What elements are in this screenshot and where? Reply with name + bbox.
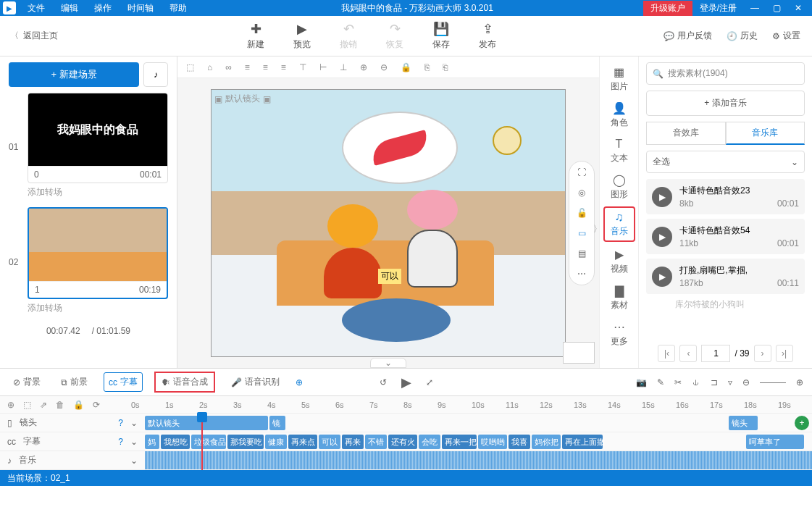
subtitle-clip[interactable]: 妈你把 bbox=[532, 435, 561, 449]
add-music-button[interactable]: + 添加音乐 bbox=[646, 91, 805, 116]
table-prop[interactable] bbox=[342, 298, 451, 342]
zoom-out-icon[interactable]: ⊖ bbox=[380, 62, 388, 72]
more-options-icon[interactable]: ⊕ bbox=[296, 377, 303, 387]
search-input[interactable]: 🔍 搜索素材(1904) bbox=[646, 62, 805, 85]
scene-card-1[interactable]: 我妈眼中的食品 000:01 bbox=[28, 93, 168, 183]
cat-material[interactable]: ▇素材 bbox=[603, 281, 635, 314]
mini-preview[interactable] bbox=[563, 342, 595, 364]
chevron-down-icon[interactable]: ⌄ bbox=[130, 418, 138, 428]
playhead-handle[interactable] bbox=[197, 412, 207, 422]
camera-clip-2[interactable]: 镜 bbox=[269, 416, 285, 430]
lock-icon[interactable]: 🔒 bbox=[401, 62, 411, 72]
menu-timeline[interactable]: 时间轴 bbox=[123, 1, 158, 16]
subtitle-clip[interactable]: 那我要吃 bbox=[227, 435, 264, 449]
cat-video[interactable]: ▶视频 bbox=[603, 245, 635, 278]
close-icon[interactable]: ✕ bbox=[787, 0, 809, 16]
link-icon[interactable]: ∞ bbox=[225, 62, 232, 72]
add-camera-clip[interactable]: + bbox=[795, 416, 809, 430]
refresh-icon[interactable]: ⟳ bbox=[93, 400, 100, 410]
fullscreen-icon[interactable]: ⛶ bbox=[577, 167, 586, 177]
subtitle-clip[interactable]: 会吃 bbox=[419, 435, 440, 449]
select-all-dropdown[interactable]: 全选⌄ bbox=[646, 151, 805, 173]
subtitle-clip[interactable]: 再来点 bbox=[288, 435, 317, 449]
cat-image[interactable]: ▦图片 bbox=[603, 62, 635, 96]
add-transition-1[interactable]: 添加转场 bbox=[28, 183, 168, 201]
filter-icon[interactable]: ⫝ bbox=[692, 377, 700, 387]
grandma-character[interactable] bbox=[400, 190, 465, 291]
align-top-icon[interactable]: ⊤ bbox=[299, 62, 306, 72]
help-icon[interactable]: ? bbox=[118, 418, 123, 428]
cat-character[interactable] bbox=[320, 204, 385, 291]
music-item[interactable]: ▶ 打脸,扇嘴巴,掌掴,187kb00:11 bbox=[646, 259, 805, 294]
lock-track-icon[interactable]: 🔒 bbox=[73, 400, 84, 410]
play-icon[interactable]: ▶ bbox=[401, 374, 411, 390]
back-home-button[interactable]: 〈 返回主页 bbox=[0, 30, 80, 42]
edit-icon[interactable]: ✎ bbox=[657, 377, 664, 387]
page-next[interactable]: › bbox=[754, 345, 771, 362]
select-icon[interactable]: ⬚ bbox=[186, 62, 194, 72]
paste-icon[interactable]: ⎗ bbox=[443, 62, 448, 72]
save-button[interactable]: 💾保存 bbox=[432, 21, 450, 51]
rewind-icon[interactable]: ↺ bbox=[380, 377, 387, 387]
zoom-slider[interactable]: ——— bbox=[760, 377, 786, 387]
tab-bg[interactable]: ⊘背景 bbox=[9, 373, 45, 391]
tab-asr[interactable]: 🎤语音识别 bbox=[227, 373, 284, 391]
tab-sfx[interactable]: 音效库 bbox=[646, 122, 726, 145]
track-subtitle-content[interactable]: 妈我想吃垃圾食品那我要吃健康再来点可以再来不错还有火会吃再来一把哎哟哟我喜妈你把… bbox=[145, 432, 812, 451]
subtitle-clip[interactable]: 我想吃 bbox=[161, 435, 190, 449]
subtitle-clip[interactable]: 再在上面撒 bbox=[562, 435, 603, 449]
target-icon[interactable]: ◎ bbox=[578, 188, 585, 198]
subtitle-clip[interactable]: 健康 bbox=[265, 435, 287, 449]
page-last[interactable]: ›| bbox=[776, 345, 793, 362]
cat-shape[interactable]: ◯图形 bbox=[603, 170, 635, 204]
zoom-timeline-out-icon[interactable]: ⊖ bbox=[742, 377, 750, 387]
cat-text[interactable]: T文本 bbox=[603, 135, 635, 167]
collapse-right-icon[interactable]: 〉 bbox=[593, 223, 602, 235]
align-left-icon[interactable]: ≡ bbox=[245, 62, 250, 72]
menu-edit[interactable]: 编辑 bbox=[56, 1, 83, 16]
redo-button[interactable]: ↷恢复 bbox=[386, 21, 403, 51]
chevron-down-icon[interactable]: ⌄ bbox=[130, 437, 138, 447]
menu-help[interactable]: 帮助 bbox=[165, 1, 191, 16]
align-bottom-icon[interactable]: ⊥ bbox=[340, 62, 347, 72]
stage[interactable]: ▣ 默认镜头 ▣ 可以 bbox=[211, 89, 566, 357]
tab-music[interactable]: 音乐库 bbox=[726, 122, 805, 145]
publish-button[interactable]: ⇪发布 bbox=[479, 21, 496, 51]
more-icon[interactable]: ⋯ bbox=[577, 269, 586, 279]
unlock-icon[interactable]: 🔓 bbox=[577, 208, 587, 218]
copy-icon[interactable]: ⎘ bbox=[424, 62, 430, 72]
home-icon[interactable]: ⌂ bbox=[207, 62, 212, 72]
camera-icon[interactable]: 📷 bbox=[636, 377, 647, 387]
page-prev[interactable]: ‹ bbox=[679, 345, 697, 362]
align-middle-icon[interactable]: ⊢ bbox=[319, 62, 327, 72]
login-button[interactable]: 登录/注册 bbox=[692, 1, 744, 16]
align-right-icon[interactable]: ≡ bbox=[281, 62, 286, 72]
subtitle-clip[interactable]: 不错 bbox=[365, 435, 387, 449]
subtitle-clip[interactable]: 我喜 bbox=[508, 435, 530, 449]
tab-subtitle[interactable]: cc字幕 bbox=[104, 372, 143, 392]
chevron-down-icon[interactable]: ⌄ bbox=[130, 456, 138, 466]
timeline-ruler[interactable]: 0s1s2s3s4s5s6s7s8s9s10s11s12s13s14s15s16… bbox=[131, 401, 812, 409]
track-camera-content[interactable]: 默认镜头 镜 镜头 + bbox=[145, 414, 812, 432]
tab-tts[interactable]: 🗣语音合成 bbox=[154, 372, 215, 393]
menu-file[interactable]: 文件 bbox=[23, 1, 49, 16]
snap-icon[interactable]: ⊐ bbox=[711, 377, 718, 387]
page-first[interactable]: |‹ bbox=[658, 345, 675, 362]
page-input[interactable] bbox=[701, 345, 730, 362]
cat-role[interactable]: 👤角色 bbox=[603, 99, 635, 132]
subtitle-clip[interactable]: 垃圾食品 bbox=[191, 435, 226, 449]
play-button[interactable]: ▶ bbox=[652, 227, 672, 247]
add-track-icon[interactable]: ⊕ bbox=[7, 400, 14, 410]
delete-icon[interactable]: 🗑 bbox=[56, 400, 64, 410]
marker-icon[interactable]: ▿ bbox=[728, 377, 732, 387]
collapse-handle[interactable]: ⌄ bbox=[370, 358, 406, 368]
subtitle-clip[interactable]: 再来一把 bbox=[442, 435, 477, 449]
caption-text[interactable]: 可以 bbox=[378, 269, 401, 284]
maximize-icon[interactable]: ▢ bbox=[766, 0, 787, 16]
new-button[interactable]: ✚新建 bbox=[247, 21, 264, 51]
cat-music[interactable]: ♫音乐 bbox=[603, 206, 635, 242]
settings-button[interactable]: ⚙设置 bbox=[772, 30, 800, 42]
align-center-icon[interactable]: ≡ bbox=[263, 62, 268, 72]
music-item[interactable]: ▶ 卡通特色酷音效5411kb00:01 bbox=[646, 219, 805, 254]
help-icon[interactable]: ? bbox=[118, 437, 123, 447]
